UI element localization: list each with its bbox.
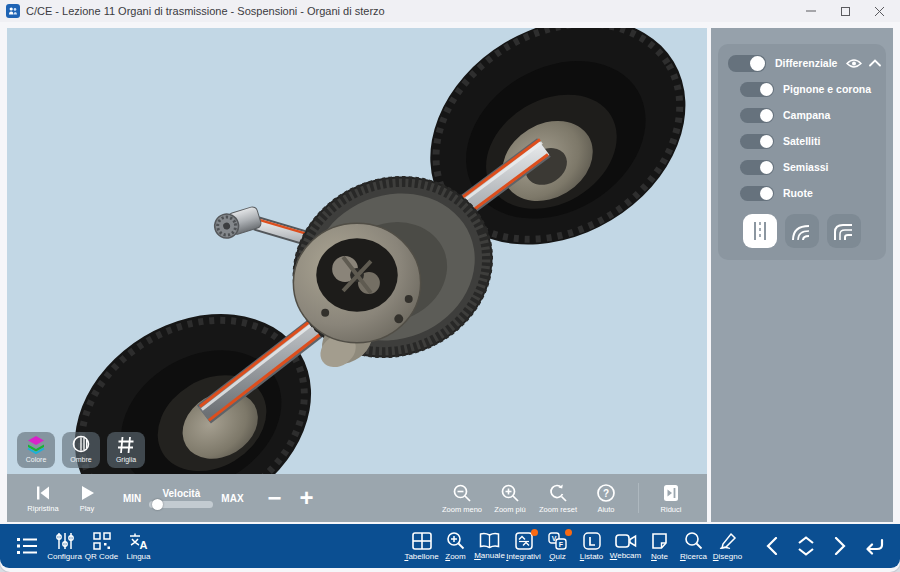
- min-label: MIN: [123, 493, 141, 504]
- viewport-display-buttons: Colore Ombre Griglia: [17, 432, 145, 468]
- colore-button[interactable]: Colore: [17, 432, 55, 468]
- chevrons-up-down-icon: [797, 536, 815, 556]
- integrativi-badge: [531, 529, 538, 536]
- layer-row-semiassi: Semiassi: [728, 158, 876, 176]
- note-button[interactable]: Note: [643, 532, 676, 561]
- main-area: Colore Ombre Griglia: [0, 22, 900, 524]
- semiassi-toggle[interactable]: [740, 160, 774, 175]
- chevron-up-icon[interactable]: [869, 59, 881, 67]
- board-grid-icon: [412, 532, 432, 550]
- navigation-arrows: [758, 530, 888, 562]
- listato-button[interactable]: Listato: [575, 532, 608, 561]
- zoom-out-icon: [452, 483, 472, 503]
- satelliti-toggle[interactable]: [740, 134, 774, 149]
- quiz-badge: [565, 529, 572, 536]
- straight-road-icon: [749, 220, 771, 242]
- note-icon: [651, 532, 668, 550]
- playback-bar: Ripristina Play MIN Velocità: [7, 474, 707, 522]
- pen-draw-icon: [718, 532, 738, 550]
- window-title: C/CE - Lezione 11 Organi di trasmissione…: [26, 5, 385, 17]
- toolbar-left-cluster: Configura QR Code A Li: [48, 532, 155, 561]
- translate-icon: A: [129, 532, 149, 550]
- layers-panel: Differenziale Pignone e corona: [718, 44, 886, 260]
- speed-control: MIN Velocità MAX: [123, 488, 244, 508]
- 3d-viewport[interactable]: Colore Ombre Griglia: [7, 28, 707, 522]
- speed-slider-knob[interactable]: [152, 499, 163, 510]
- zoom-in-button[interactable]: Zoom più: [488, 483, 532, 514]
- integrativi-button[interactable]: Integrativi: [507, 532, 540, 561]
- help-icon: ?: [596, 483, 616, 503]
- shadows-icon: [71, 435, 91, 455]
- griglia-button[interactable]: Griglia: [107, 432, 145, 468]
- ruote-toggle[interactable]: [740, 186, 774, 201]
- zoom-in-icon: [500, 483, 520, 503]
- lingua-button[interactable]: A Lingua: [122, 532, 155, 561]
- riduci-button[interactable]: Riduci: [649, 483, 693, 514]
- straight-road-button[interactable]: [743, 214, 777, 248]
- qr-code-button[interactable]: QR Code: [85, 532, 118, 561]
- ombre-label: Ombre: [70, 456, 91, 463]
- svg-text:F: F: [559, 541, 564, 548]
- play-button[interactable]: Play: [65, 484, 109, 513]
- open-book-icon: [479, 532, 500, 549]
- max-label: MAX: [221, 493, 243, 504]
- svg-text:?: ?: [603, 488, 609, 499]
- layer-row-ruote: Ruote: [728, 184, 876, 202]
- tabellone-button[interactable]: Tabellone: [405, 532, 438, 561]
- pignone-toggle[interactable]: [740, 82, 774, 97]
- disegno-button[interactable]: Disegno: [711, 532, 744, 561]
- chevron-right-icon: [834, 537, 846, 555]
- collapse-panel-icon: [661, 483, 681, 503]
- ricerca-button[interactable]: Ricerca: [677, 531, 710, 561]
- double-curve-road-button[interactable]: [827, 214, 861, 248]
- listing-icon: [583, 532, 601, 550]
- griglia-label: Griglia: [116, 456, 136, 463]
- zoom-reset-button[interactable]: Zoom reset: [536, 483, 580, 514]
- skip-start-icon: [34, 484, 52, 502]
- layer-row-satelliti: Satelliti: [728, 132, 876, 150]
- speed-minus-button[interactable]: −: [268, 488, 282, 508]
- window-controls: [794, 0, 896, 22]
- speed-slider[interactable]: [149, 501, 213, 508]
- magnifier-plus-icon: [446, 531, 465, 550]
- play-icon: [78, 484, 96, 502]
- ripristina-button[interactable]: Ripristina: [21, 484, 65, 513]
- zoom-tool-button[interactable]: Zoom: [439, 531, 472, 561]
- minimize-button[interactable]: [794, 0, 828, 22]
- svg-text:A: A: [139, 539, 147, 550]
- next-button[interactable]: [826, 530, 854, 562]
- differenziale-toggle[interactable]: [728, 55, 766, 72]
- campana-toggle[interactable]: [740, 108, 774, 123]
- help-button[interactable]: ? Aiuto: [584, 483, 628, 514]
- layers-color-icon: [26, 435, 46, 455]
- close-button[interactable]: [862, 0, 896, 22]
- layer-row-differenziale: Differenziale: [728, 54, 876, 72]
- zoom-cluster: Zoom meno Zoom più: [440, 483, 693, 514]
- speed-plus-button[interactable]: +: [300, 488, 314, 508]
- sliders-icon: [55, 532, 75, 550]
- bullet-list-icon: [16, 536, 38, 556]
- double-curve-road-icon: [833, 220, 855, 242]
- bottom-toolbar: Configura QR Code A Li: [0, 524, 900, 568]
- media-attachments-icon: [515, 532, 533, 550]
- curve-road-button[interactable]: [785, 214, 819, 248]
- grid-icon: [116, 435, 136, 455]
- manuale-button[interactable]: Manuale: [473, 532, 506, 560]
- configura-button[interactable]: Configura: [48, 532, 81, 561]
- controlbar-divider: [638, 483, 639, 513]
- previous-button[interactable]: [758, 530, 786, 562]
- quiz-button[interactable]: V F Quiz: [541, 532, 574, 561]
- eye-icon[interactable]: [846, 58, 862, 69]
- chevron-left-icon: [766, 537, 778, 555]
- ombre-button[interactable]: Ombre: [62, 432, 100, 468]
- lesson-list-button[interactable]: [10, 529, 44, 563]
- search-icon: [684, 531, 703, 550]
- expand-collapse-button[interactable]: [792, 530, 820, 562]
- colore-label: Colore: [26, 456, 47, 463]
- layer-row-campana: Campana: [728, 106, 876, 124]
- app-window: C/CE - Lezione 11 Organi di trasmissione…: [0, 0, 900, 572]
- webcam-button[interactable]: Webcam: [609, 533, 642, 560]
- maximize-button[interactable]: [828, 0, 862, 22]
- zoom-out-button[interactable]: Zoom meno: [440, 483, 484, 514]
- return-button[interactable]: [860, 530, 888, 562]
